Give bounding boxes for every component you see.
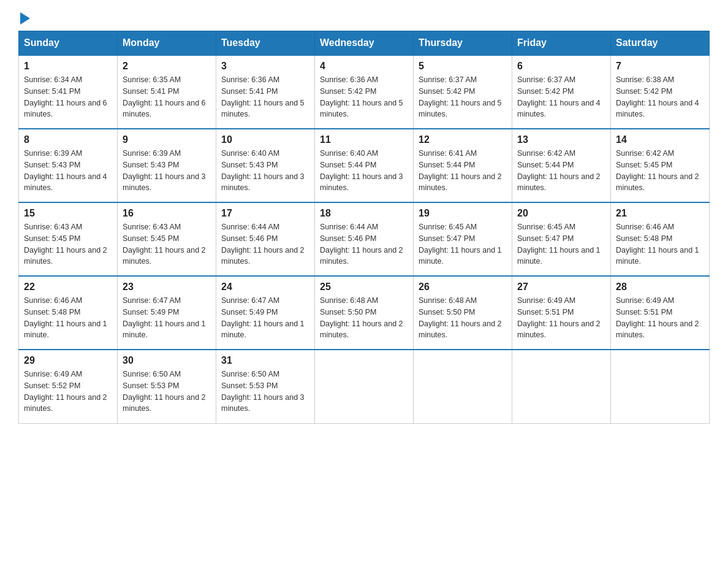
page-header [18,12,710,25]
day-number: 11 [320,134,408,145]
day-number: 27 [517,282,605,293]
day-info: Sunrise: 6:41 AMSunset: 5:44 PMDaylight:… [419,149,502,192]
week-row-4: 22 Sunrise: 6:46 AMSunset: 5:48 PMDaylig… [19,276,710,350]
calendar-cell: 31 Sunrise: 6:50 AMSunset: 5:53 PMDaylig… [216,350,315,423]
day-info: Sunrise: 6:39 AMSunset: 5:43 PMDaylight:… [123,149,206,192]
day-info: Sunrise: 6:49 AMSunset: 5:52 PMDaylight:… [24,370,107,413]
logo-triangle-icon [20,12,30,25]
calendar-cell: 12 Sunrise: 6:41 AMSunset: 5:44 PMDaylig… [414,129,512,202]
header-sunday: Sunday [19,31,118,56]
day-info: Sunrise: 6:44 AMSunset: 5:46 PMDaylight:… [221,223,305,266]
day-info: Sunrise: 6:35 AMSunset: 5:41 PMDaylight:… [123,75,206,118]
day-info: Sunrise: 6:36 AMSunset: 5:42 PMDaylight:… [320,75,403,118]
day-number: 8 [24,134,112,145]
day-number: 28 [616,282,704,293]
day-info: Sunrise: 6:37 AMSunset: 5:42 PMDaylight:… [517,75,601,118]
day-info: Sunrise: 6:49 AMSunset: 5:51 PMDaylight:… [517,296,601,339]
header-tuesday: Tuesday [216,31,315,56]
calendar-cell [611,350,710,423]
day-info: Sunrise: 6:46 AMSunset: 5:48 PMDaylight:… [616,223,699,266]
day-number: 25 [320,282,408,293]
calendar-cell: 5 Sunrise: 6:37 AMSunset: 5:42 PMDayligh… [414,55,512,129]
day-info: Sunrise: 6:40 AMSunset: 5:43 PMDaylight:… [221,149,305,192]
day-info: Sunrise: 6:47 AMSunset: 5:49 PMDaylight:… [123,296,206,339]
day-number: 10 [221,134,309,145]
day-number: 2 [123,61,211,72]
day-info: Sunrise: 6:47 AMSunset: 5:49 PMDaylight:… [221,296,305,339]
header-saturday: Saturday [611,31,710,56]
week-row-3: 15 Sunrise: 6:43 AMSunset: 5:45 PMDaylig… [19,202,710,276]
day-number: 3 [221,61,309,72]
day-number: 13 [517,134,605,145]
day-number: 30 [123,355,211,366]
day-number: 29 [24,355,112,366]
calendar-cell: 10 Sunrise: 6:40 AMSunset: 5:43 PMDaylig… [216,129,315,202]
day-info: Sunrise: 6:43 AMSunset: 5:45 PMDaylight:… [123,223,206,266]
header-monday: Monday [118,31,216,56]
calendar-cell: 24 Sunrise: 6:47 AMSunset: 5:49 PMDaylig… [216,276,315,350]
week-row-5: 29 Sunrise: 6:49 AMSunset: 5:52 PMDaylig… [19,350,710,423]
header-thursday: Thursday [414,31,512,56]
header-wednesday: Wednesday [315,31,414,56]
calendar-cell: 4 Sunrise: 6:36 AMSunset: 5:42 PMDayligh… [315,55,414,129]
week-row-1: 1 Sunrise: 6:34 AMSunset: 5:41 PMDayligh… [19,55,710,129]
day-number: 26 [419,282,507,293]
day-info: Sunrise: 6:50 AMSunset: 5:53 PMDaylight:… [221,370,305,413]
calendar-cell: 25 Sunrise: 6:48 AMSunset: 5:50 PMDaylig… [315,276,414,350]
day-info: Sunrise: 6:45 AMSunset: 5:47 PMDaylight:… [419,223,502,266]
day-number: 7 [616,61,704,72]
day-info: Sunrise: 6:34 AMSunset: 5:41 PMDaylight:… [24,75,107,118]
calendar-cell: 21 Sunrise: 6:46 AMSunset: 5:48 PMDaylig… [611,202,710,276]
calendar-cell: 18 Sunrise: 6:44 AMSunset: 5:46 PMDaylig… [315,202,414,276]
weekday-header-row: SundayMondayTuesdayWednesdayThursdayFrid… [19,31,710,56]
calendar-cell: 22 Sunrise: 6:46 AMSunset: 5:48 PMDaylig… [19,276,118,350]
day-number: 18 [320,208,408,219]
calendar-cell: 17 Sunrise: 6:44 AMSunset: 5:46 PMDaylig… [216,202,315,276]
calendar-cell: 26 Sunrise: 6:48 AMSunset: 5:50 PMDaylig… [414,276,512,350]
calendar-cell [414,350,512,423]
day-number: 17 [221,208,309,219]
calendar-cell: 6 Sunrise: 6:37 AMSunset: 5:42 PMDayligh… [512,55,611,129]
header-friday: Friday [512,31,611,56]
day-number: 15 [24,208,112,219]
calendar-cell: 23 Sunrise: 6:47 AMSunset: 5:49 PMDaylig… [118,276,216,350]
calendar-cell: 29 Sunrise: 6:49 AMSunset: 5:52 PMDaylig… [19,350,118,423]
day-number: 31 [221,355,309,366]
calendar-cell: 30 Sunrise: 6:50 AMSunset: 5:53 PMDaylig… [118,350,216,423]
calendar-cell: 8 Sunrise: 6:39 AMSunset: 5:43 PMDayligh… [19,129,118,202]
calendar-cell [315,350,414,423]
calendar-table: SundayMondayTuesdayWednesdayThursdayFrid… [18,31,710,424]
calendar-cell [512,350,611,423]
day-info: Sunrise: 6:49 AMSunset: 5:51 PMDaylight:… [616,296,699,339]
day-number: 1 [24,61,112,72]
day-number: 12 [419,134,507,145]
calendar-cell: 3 Sunrise: 6:36 AMSunset: 5:41 PMDayligh… [216,55,315,129]
calendar-cell: 19 Sunrise: 6:45 AMSunset: 5:47 PMDaylig… [414,202,512,276]
calendar-cell: 13 Sunrise: 6:42 AMSunset: 5:44 PMDaylig… [512,129,611,202]
day-info: Sunrise: 6:39 AMSunset: 5:43 PMDaylight:… [24,149,107,192]
day-number: 6 [517,61,605,72]
day-number: 14 [616,134,704,145]
calendar-cell: 7 Sunrise: 6:38 AMSunset: 5:42 PMDayligh… [611,55,710,129]
day-number: 22 [24,282,112,293]
day-info: Sunrise: 6:36 AMSunset: 5:41 PMDaylight:… [221,75,305,118]
day-info: Sunrise: 6:48 AMSunset: 5:50 PMDaylight:… [419,296,502,339]
day-info: Sunrise: 6:44 AMSunset: 5:46 PMDaylight:… [320,223,403,266]
day-number: 21 [616,208,704,219]
day-info: Sunrise: 6:45 AMSunset: 5:47 PMDaylight:… [517,223,601,266]
calendar-cell: 11 Sunrise: 6:40 AMSunset: 5:44 PMDaylig… [315,129,414,202]
calendar-cell: 20 Sunrise: 6:45 AMSunset: 5:47 PMDaylig… [512,202,611,276]
day-info: Sunrise: 6:46 AMSunset: 5:48 PMDaylight:… [24,296,107,339]
day-info: Sunrise: 6:37 AMSunset: 5:42 PMDaylight:… [419,75,502,118]
day-info: Sunrise: 6:48 AMSunset: 5:50 PMDaylight:… [320,296,403,339]
day-number: 19 [419,208,507,219]
calendar-cell: 28 Sunrise: 6:49 AMSunset: 5:51 PMDaylig… [611,276,710,350]
logo [18,12,32,25]
day-info: Sunrise: 6:38 AMSunset: 5:42 PMDaylight:… [616,75,699,118]
calendar-cell: 2 Sunrise: 6:35 AMSunset: 5:41 PMDayligh… [118,55,216,129]
day-info: Sunrise: 6:50 AMSunset: 5:53 PMDaylight:… [123,370,206,413]
day-number: 4 [320,61,408,72]
calendar-cell: 16 Sunrise: 6:43 AMSunset: 5:45 PMDaylig… [118,202,216,276]
calendar-cell: 9 Sunrise: 6:39 AMSunset: 5:43 PMDayligh… [118,129,216,202]
week-row-2: 8 Sunrise: 6:39 AMSunset: 5:43 PMDayligh… [19,129,710,202]
